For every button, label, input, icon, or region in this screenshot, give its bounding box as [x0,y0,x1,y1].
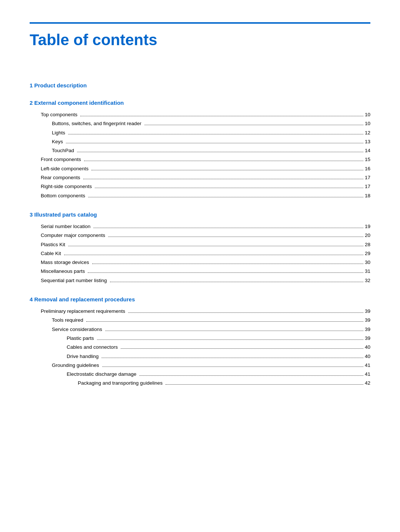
entry-text: Lights [52,128,67,137]
entry-dots [105,331,363,331]
entry-text: Keys [52,137,64,146]
toc-entry: Computer major components20 [30,231,370,240]
section-section1: 1 Product description [30,82,370,88]
toc-entries-section4: Preliminary replacement requirements39To… [30,307,370,388]
entry-text: Electrostatic discharge damage [67,370,138,379]
entry-page: 39 [365,334,370,343]
entry-page: 10 [365,119,370,128]
toc-entry: Miscellaneous parts31 [30,267,370,276]
entry-dots [139,375,363,376]
section-heading-section1: 1 Product description [30,82,370,88]
toc-entry: Left-side components16 [30,164,370,173]
entry-dots [97,339,363,340]
entry-page: 39 [365,307,370,316]
entry-page: 42 [365,379,370,388]
entry-page: 19 [365,222,370,231]
entry-dots [77,152,363,152]
entry-text: Service considerations [52,325,104,334]
toc-entry: Top components10 [30,110,370,119]
entry-text: Drive handling [67,352,100,361]
entry-dots [68,246,363,246]
toc-entry: Tools required39 [30,316,370,325]
toc-entry: Sequential part number listing32 [30,276,370,285]
toc-entry: Rear components17 [30,173,370,182]
entry-text: Right-side components [41,182,93,191]
entry-page: 17 [365,173,370,182]
toc-entries-section2: Top components10Buttons, switches, and f… [30,110,370,200]
toc-entry: Drive handling40 [30,352,370,361]
entry-text: Computer major components [41,231,107,240]
toc-entry: Buttons, switches, and fingerprint reade… [30,119,370,128]
entry-page: 10 [365,110,370,119]
entry-text: Buttons, switches, and fingerprint reade… [52,119,143,128]
entry-dots [102,367,363,367]
entry-page: 14 [365,146,370,155]
toc-entry: Mass storage devices30 [30,258,370,267]
entry-dots [166,384,363,385]
entry-text: Front components [41,155,83,164]
toc-entry: Cables and connectors40 [30,343,370,352]
entry-page: 31 [365,267,370,276]
entry-dots [92,264,363,264]
entry-dots [128,312,363,313]
entry-page: 13 [365,137,370,146]
entry-page: 12 [365,128,370,137]
page-wrapper: Table of contents 1 Product description2… [30,22,370,532]
toc-entry: Serial number location19 [30,222,370,231]
entry-dots [144,125,363,125]
entry-text: Rear components [41,173,82,182]
entry-dots [83,179,363,179]
entry-page: 28 [365,240,370,249]
toc-entry: Grounding guidelines41 [30,361,370,370]
entry-text: Cable Kit [41,249,63,258]
top-border [30,22,370,24]
section-heading-section2: 2 External component identification [30,100,370,106]
entry-dots [121,348,363,349]
entry-page: 16 [365,164,370,173]
entry-page: 18 [365,191,370,200]
toc-entry: Front components15 [30,155,370,164]
section-section4: 4 Removal and replacement proceduresPrel… [30,296,370,388]
entry-text: Cables and connectors [67,343,119,352]
entry-text: Top components [41,110,79,119]
entry-text: Plastics Kit [41,240,67,249]
entry-text: Preliminary replacement requirements [41,307,127,316]
entry-page: 15 [365,155,370,164]
entry-page: 32 [365,276,370,285]
toc-entry: Lights12 [30,128,370,137]
entry-page: 30 [365,258,370,267]
section-heading-section3: 3 Illustrated parts catalog [30,211,370,218]
entry-dots [108,237,363,237]
entry-text: Sequential part number listing [41,276,109,285]
section-section2: 2 External component identificationTop c… [30,100,370,200]
entry-page: 39 [365,325,370,334]
entry-text: Mass storage devices [41,258,91,267]
entry-text: Tools required [52,316,85,325]
entry-text: Miscellaneous parts [41,267,86,276]
entry-text: Serial number location [41,222,92,231]
toc-entry: Plastics Kit28 [30,240,370,249]
entry-page: 41 [365,361,370,370]
section-section3: 3 Illustrated parts catalogSerial number… [30,211,370,285]
toc-entry: Plastic parts39 [30,334,370,343]
entry-dots [88,197,363,197]
toc-entry: TouchPad14 [30,146,370,155]
toc-entry: Electrostatic discharge damage41 [30,370,370,379]
entry-dots [86,321,363,322]
entry-page: 41 [365,370,370,379]
entry-page: 20 [365,231,370,240]
entry-text: Packaging and transporting guidelines [78,379,164,388]
toc-entry: Right-side components17 [30,182,370,191]
entry-page: 39 [365,316,370,325]
entry-dots [66,143,363,143]
entry-dots [68,134,363,134]
entry-dots [95,188,363,188]
entry-dots [64,255,363,255]
entry-dots [80,116,363,116]
entry-page: 29 [365,249,370,258]
entry-dots [93,228,363,228]
toc-entry: Packaging and transporting guidelines42 [30,379,370,388]
entry-dots [84,161,363,161]
entry-text: Left-side components [41,164,90,173]
toc-entry: Service considerations39 [30,325,370,334]
